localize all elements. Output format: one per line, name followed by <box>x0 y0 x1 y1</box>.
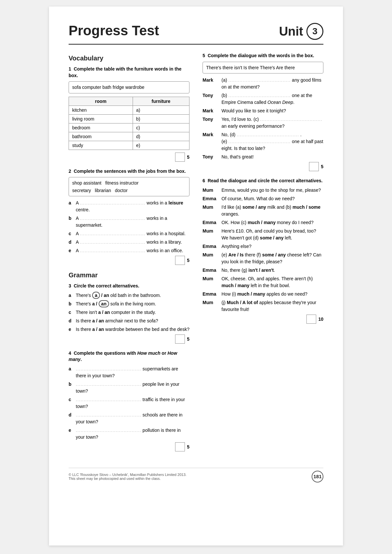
q6-mum4: Mum (e) Are / Is there (f) some / any ch… <box>203 252 323 265</box>
q5-score-box <box>309 162 319 171</box>
q6-text-emma1: Of course, Mum. What do we need? <box>221 195 323 202</box>
q2-item-d: d A ....................................… <box>69 239 189 246</box>
table-header-furniture: furniture <box>133 97 189 106</box>
q4-text-b: ........................................… <box>76 381 189 395</box>
q5-score: 5 <box>321 164 323 169</box>
q6-speaker-emma2: Emma <box>203 219 220 226</box>
page-header: Progress Test Unit 3 <box>69 23 323 45</box>
question-6: 6 Read the dialogue and circle the corre… <box>203 178 323 324</box>
q3-label-e: e <box>69 326 74 333</box>
q4-text-a: ........................................… <box>76 366 189 379</box>
q4-item-c: c ......................................… <box>69 396 189 410</box>
q6-score-row: 10 <box>203 315 323 324</box>
q2-item-a: a A ....................................… <box>69 200 189 213</box>
q3-label-b: b <box>69 301 74 307</box>
question-5: 5 Complete the dialogue with the words i… <box>203 53 323 171</box>
q6-mum2: Mum I'd like (a) some / any milk and (b)… <box>203 204 323 218</box>
table-row: bedroom c) <box>69 123 189 132</box>
q4-label-d: d <box>69 412 74 418</box>
q4-text-c: ........................................… <box>76 396 189 410</box>
q5-dialogue-mark2: Mark Would you like to see it tonight? <box>203 107 323 114</box>
q2-score-row: 5 <box>69 256 189 265</box>
q6-text-emma5: How (i) much / many apples do we need? <box>221 291 323 298</box>
q2-label-d: d <box>69 239 74 246</box>
copyright-line1: © LLC 'Rousskoye Slovo – Uchebnik', Macm… <box>69 473 187 477</box>
content: Vocabulary 1 Complete the table with the… <box>69 53 323 458</box>
q5-speaker-tony1: Tony <box>203 92 220 106</box>
q4-item-a: a ......................................… <box>69 366 189 379</box>
q5-title: 5 Complete the dialogue with the words i… <box>203 53 323 59</box>
q5-speaker-mark2: Mark <box>203 107 220 114</box>
q1-title-text: Complete the table with the furniture wo… <box>69 66 181 78</box>
q5-title-text: Complete the dialogue with the words in … <box>208 53 314 58</box>
q2-label-a: a <box>69 200 74 206</box>
table-row: living room b) <box>69 114 189 123</box>
q4-number: 4 <box>69 350 71 356</box>
table-cell-room: living room <box>69 114 133 123</box>
q6-text-emma3: Anything else? <box>221 243 323 250</box>
q4-text-e: ........................................… <box>76 427 189 441</box>
q3-item-d: d Is there a / an armchair next to the s… <box>69 318 189 324</box>
q5-speaker-mark1: Mark <box>203 77 220 90</box>
q6-speaker-mum5: Mum <box>203 275 220 289</box>
q3-item-a: a There's a / an old bath in the bathroo… <box>69 292 189 299</box>
q3-score: 5 <box>187 336 189 342</box>
q4-label-e: e <box>69 427 74 434</box>
q3-item-b: b There's a / an sofa in the living room… <box>69 301 189 307</box>
unit-number: 3 <box>312 26 318 37</box>
q6-mum3: Mum Here's £10. Oh, and could you buy br… <box>203 228 323 241</box>
q2-label-c: c <box>69 230 74 237</box>
q6-mum5: Mum OK, cheese. Oh, and apples. There ar… <box>203 275 323 289</box>
q6-emma3: Emma Anything else? <box>203 243 323 250</box>
q2-text-d: A ......................................… <box>76 239 182 246</box>
q6-speaker-mum3: Mum <box>203 228 220 241</box>
table-cell-room: study <box>69 141 133 150</box>
q5-speaker-mark3: Mark <box>203 131 220 152</box>
table-cell-room: kitchen <box>69 106 133 114</box>
q3-number: 3 <box>69 283 71 288</box>
left-column: Vocabulary 1 Complete the table with the… <box>69 53 189 458</box>
q6-text-mum4: (e) Are / Is there (f) some / any cheese… <box>221 252 323 265</box>
q6-speaker-emma5: Emma <box>203 291 220 298</box>
q1-score-row: 5 <box>69 153 189 162</box>
q2-item-e: e A ....................................… <box>69 247 189 254</box>
q3-item-e: e Is there a / an wardrobe between the b… <box>69 326 189 333</box>
q5-score-row: 5 <box>203 162 323 171</box>
q4-title: 4 Complete the questions with How much o… <box>69 350 189 363</box>
q2-title: 2 Complete the sentences with the jobs f… <box>69 168 189 175</box>
q5-dialogue-tony3: Tony No, that's great! <box>203 154 323 160</box>
q6-text-mum5: OK, cheese. Oh, and apples. There aren't… <box>221 275 323 289</box>
q4-label-c: c <box>69 396 74 403</box>
q6-speaker-mum6: Mum <box>203 299 220 313</box>
q6-score: 10 <box>318 317 323 322</box>
q5-dialogue-tony1: Tony (b) ...............................… <box>203 92 323 106</box>
q1-score: 5 <box>187 155 189 160</box>
q3-text-c: There isn't a / an computer in the study… <box>76 309 156 316</box>
table-cell-furniture: b) <box>133 114 189 123</box>
q5-word-box: There's there isn't Is there There's Are… <box>203 62 323 73</box>
q2-label-e: e <box>69 247 74 254</box>
q5-dialogue-tony2: Tony Yes, I'd love to. (c) .............… <box>203 116 323 130</box>
q4-score-row: 5 <box>69 442 189 451</box>
q5-text-mark3: No, (d) ................................… <box>221 131 323 152</box>
q4-label-b: b <box>69 381 74 388</box>
q2-text-c: A ......................................… <box>76 230 186 237</box>
table-header-room: room <box>69 97 133 106</box>
q5-number: 5 <box>203 53 205 58</box>
q4-item-d: d ......................................… <box>69 412 189 425</box>
q1-number: 1 <box>69 66 71 72</box>
question-1: 1 Complete the table with the furniture … <box>69 66 189 162</box>
q3-title: 3 Circle the correct alternatives. <box>69 283 189 289</box>
q3-text-e: Is there a / an wardrobe between the bed… <box>76 326 189 333</box>
q2-label-b: b <box>69 215 74 222</box>
q6-speaker-emma1: Emma <box>203 195 220 202</box>
q6-emma2: Emma OK. How (c) much / many money do I … <box>203 219 323 226</box>
q2-item-b: b A ....................................… <box>69 215 189 229</box>
q6-speaker-mum4: Mum <box>203 252 220 265</box>
q5-dialogue-mark1: Mark (a) ...............................… <box>203 77 323 90</box>
table-row: study e) <box>69 141 189 150</box>
q6-speaker-mum2: Mum <box>203 204 220 218</box>
q6-speaker-mum1: Mum <box>203 187 220 194</box>
question-2: 2 Complete the sentences with the jobs f… <box>69 168 189 265</box>
q3-title-text: Circle the correct alternatives. <box>74 283 139 288</box>
